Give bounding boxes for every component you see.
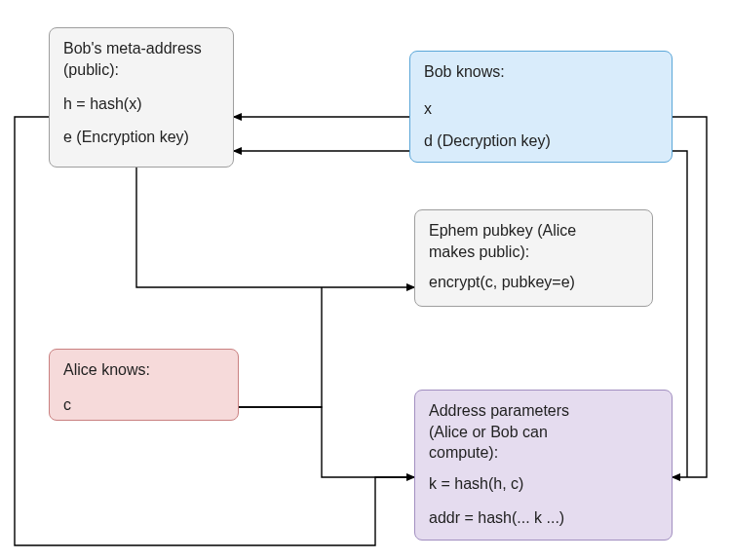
ephem-title-line1: Ephem pubkey (Alice	[429, 222, 576, 239]
meta-h: h = hash(x)	[63, 93, 219, 115]
box-bob-meta-address: Bob's meta-address (public): h = hash(x)…	[49, 27, 234, 168]
meta-e: e (Encryption key)	[63, 127, 219, 148]
arrow-h-to-k	[15, 117, 414, 545]
ephem-encrypt: encrypt(c, pubkey=e)	[429, 272, 638, 293]
ephem-title: Ephem pubkey (Alice makes public):	[429, 220, 638, 262]
arrow-d-to-k	[673, 151, 687, 477]
addr-addr: addr = hash(... k ...)	[429, 507, 658, 529]
bob-x: x	[424, 98, 658, 120]
addr-title: Address parameters (Alice or Bob can com…	[429, 400, 658, 464]
box-ephem-pubkey: Ephem pubkey (Alice makes public): encry…	[414, 209, 653, 307]
meta-title-line1: Bob's meta-address	[63, 40, 202, 56]
box-bob-knows: Bob knows: x d (Decryption key)	[409, 51, 673, 163]
addr-k: k = hash(h, c)	[429, 473, 658, 495]
ephem-title-line2: makes public):	[429, 243, 529, 260]
addr-title-line1: Address parameters	[429, 402, 569, 419]
alice-title: Alice knows:	[63, 359, 224, 381]
addr-title-line2: (Alice or Bob can	[429, 424, 548, 440]
arrow-e-to-encrypt	[136, 168, 414, 287]
bob-title: Bob knows:	[424, 61, 658, 83]
bob-d: d (Decryption key)	[424, 131, 658, 152]
alice-c: c	[63, 394, 224, 416]
meta-title: Bob's meta-address (public):	[63, 38, 219, 80]
box-address-parameters: Address parameters (Alice or Bob can com…	[414, 390, 673, 541]
box-alice-knows: Alice knows: c	[49, 349, 239, 421]
addr-title-line3: compute):	[429, 444, 498, 461]
arrow-x-to-k	[673, 117, 707, 477]
meta-title-line2: (public):	[63, 61, 119, 78]
